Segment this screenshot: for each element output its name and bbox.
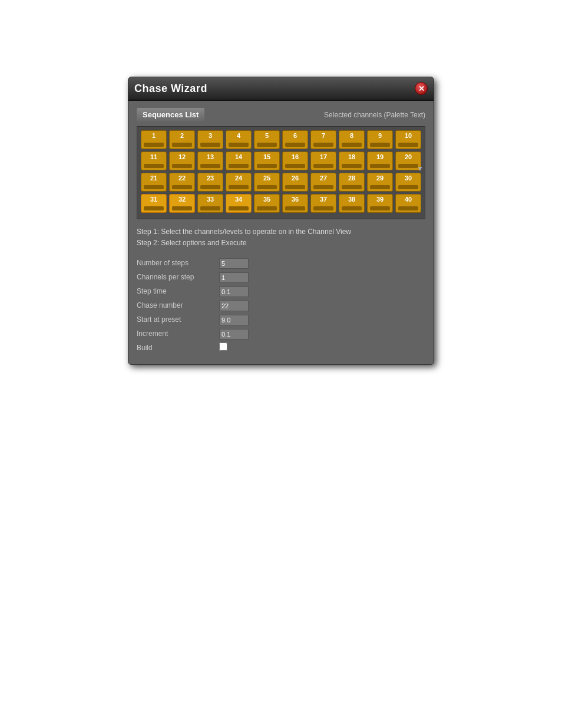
- seq-btn-33[interactable]: 33: [197, 194, 223, 213]
- seq-btn-37[interactable]: 37: [310, 194, 336, 213]
- sequences-label: Sequences List: [137, 108, 204, 121]
- seq-btn-25[interactable]: 25: [254, 173, 280, 192]
- cell-start-at-preset: [219, 312, 425, 327]
- scroll-indicator: ▼: [416, 164, 424, 173]
- step2-text: Step 2: Select options and Execute: [137, 238, 425, 249]
- cell-build: [219, 341, 425, 355]
- field-row-step-time: Step time: [137, 284, 425, 298]
- label-increment: Increment: [137, 327, 219, 341]
- sequences-grid: 1 2 3 4 5 6 7 8 9 10 11 12 13 14 15 16 1…: [137, 126, 425, 219]
- title-bar: Chase Wizard ✕: [128, 77, 434, 101]
- seq-btn-27[interactable]: 27: [310, 173, 336, 192]
- seq-btn-38[interactable]: 38: [339, 194, 365, 213]
- close-button[interactable]: ✕: [415, 82, 428, 95]
- dialog-body: Sequences List Selected channels (Palett…: [128, 101, 434, 364]
- cell-number-of-steps: [219, 256, 425, 270]
- cell-chase-number: [219, 298, 425, 312]
- field-row-chase-number: Chase number: [137, 298, 425, 312]
- seq-btn-14[interactable]: 14: [226, 151, 252, 170]
- seq-btn-13[interactable]: 13: [197, 151, 223, 170]
- seq-btn-31[interactable]: 31: [141, 194, 167, 213]
- cell-increment: [219, 327, 425, 341]
- chase-wizard-dialog: Chase Wizard ✕ Sequences List Selected c…: [128, 77, 434, 365]
- seq-btn-3[interactable]: 3: [197, 130, 223, 149]
- seq-btn-12[interactable]: 12: [169, 151, 195, 170]
- seq-btn-34[interactable]: 34: [226, 194, 252, 213]
- input-chase-number[interactable]: [219, 301, 249, 311]
- seq-btn-32[interactable]: 32: [169, 194, 195, 213]
- sequences-header: Sequences List Selected channels (Palett…: [137, 108, 425, 121]
- label-start-at-preset: Start at preset: [137, 312, 219, 327]
- label-build: Build: [137, 341, 219, 355]
- seq-btn-22[interactable]: 22: [169, 173, 195, 192]
- seq-btn-8[interactable]: 8: [339, 130, 365, 149]
- field-row-start-at-preset: Start at preset: [137, 312, 425, 327]
- seq-btn-10[interactable]: 10: [395, 130, 421, 149]
- input-channels-per-step[interactable]: [219, 272, 249, 283]
- seq-btn-16[interactable]: 16: [282, 151, 308, 170]
- palette-text: Selected channels (Palette Text): [324, 111, 425, 119]
- checkbox-build[interactable]: [219, 342, 227, 351]
- seq-btn-39[interactable]: 39: [367, 194, 393, 213]
- step-instructions: Step 1: Select the channels/levels to op…: [137, 226, 425, 249]
- seq-btn-18[interactable]: 18: [339, 151, 365, 170]
- grid-row-2: 11 12 13 14 15 16 17 18 19 20: [141, 151, 421, 170]
- seq-btn-1[interactable]: 1: [141, 130, 167, 149]
- seq-btn-9[interactable]: 9: [367, 130, 393, 149]
- seq-btn-29[interactable]: 29: [367, 173, 393, 192]
- field-row-channels-per-step: Channels per step: [137, 270, 425, 284]
- grid-row-1: 1 2 3 4 5 6 7 8 9 10: [141, 130, 421, 149]
- dialog-title: Chase Wizard: [134, 83, 207, 95]
- seq-btn-40[interactable]: 40: [395, 194, 421, 213]
- grid-row-3: 21 22 23 24 25 26 27 28 29 30: [141, 173, 421, 192]
- seq-btn-7[interactable]: 7: [310, 130, 336, 149]
- label-chase-number: Chase number: [137, 298, 219, 312]
- seq-btn-6[interactable]: 6: [282, 130, 308, 149]
- seq-btn-2[interactable]: 2: [169, 130, 195, 149]
- seq-btn-36[interactable]: 36: [282, 194, 308, 213]
- seq-btn-11[interactable]: 11: [141, 151, 167, 170]
- field-row-steps: Number of steps: [137, 256, 425, 270]
- cell-step-time: [219, 284, 425, 298]
- fields-table: Number of steps Channels per step Step t…: [137, 256, 425, 355]
- seq-btn-4[interactable]: 4: [226, 130, 252, 149]
- seq-btn-5[interactable]: 5: [254, 130, 280, 149]
- seq-btn-24[interactable]: 24: [226, 173, 252, 192]
- seq-btn-19[interactable]: 19: [367, 151, 393, 170]
- seq-btn-15[interactable]: 15: [254, 151, 280, 170]
- seq-btn-17[interactable]: 17: [310, 151, 336, 170]
- input-increment[interactable]: [219, 329, 249, 340]
- seq-btn-21[interactable]: 21: [141, 173, 167, 192]
- seq-btn-26[interactable]: 26: [282, 173, 308, 192]
- step1-text: Step 1: Select the channels/levels to op…: [137, 226, 425, 238]
- seq-btn-23[interactable]: 23: [197, 173, 223, 192]
- grid-row-4: 31 32 33 34 35 36 37 38 39 40: [141, 194, 421, 213]
- seq-btn-28[interactable]: 28: [339, 173, 365, 192]
- field-row-increment: Increment: [137, 327, 425, 341]
- label-step-time: Step time: [137, 284, 219, 298]
- field-row-build: Build: [137, 341, 425, 355]
- input-number-of-steps[interactable]: [219, 258, 249, 269]
- input-step-time[interactable]: [219, 286, 249, 297]
- label-channels-per-step: Channels per step: [137, 270, 219, 284]
- input-start-at-preset[interactable]: [219, 315, 249, 325]
- label-number-of-steps: Number of steps: [137, 256, 219, 270]
- seq-btn-35[interactable]: 35: [254, 194, 280, 213]
- cell-channels-per-step: [219, 270, 425, 284]
- seq-btn-30[interactable]: 30: [395, 173, 421, 192]
